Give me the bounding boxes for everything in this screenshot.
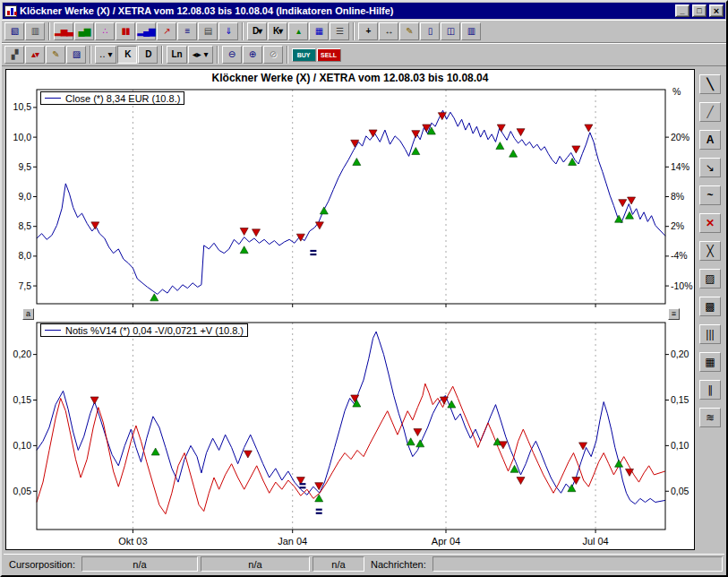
help-page-icon[interactable]: ▯ bbox=[420, 22, 440, 40]
cursor-position-label: Cursorposition: bbox=[5, 559, 79, 570]
svg-text:14%: 14% bbox=[671, 161, 689, 172]
d-period-dropdown[interactable]: D▾ bbox=[247, 22, 267, 40]
zoom-out-button[interactable]: ⊖ bbox=[222, 46, 242, 64]
crosshair-icon[interactable]: + bbox=[358, 22, 378, 40]
hatch-diagonal-tool[interactable]: ▨ bbox=[699, 269, 721, 288]
svg-text:0,10: 0,10 bbox=[13, 440, 32, 451]
notes-icon[interactable]: ☰ bbox=[330, 22, 349, 40]
x-axis-label: Jul 04 bbox=[582, 536, 608, 547]
toolbar-separator bbox=[90, 46, 91, 64]
svg-text:2%: 2% bbox=[671, 220, 684, 231]
indicator-legend[interactable]: Notis %V14 (*) 0,04 -V/0,0721 +V (10.8.) bbox=[40, 323, 248, 337]
price-legend[interactable]: Close (*) 8,34 EUR (10.8.) bbox=[40, 91, 184, 105]
move-chart-icon[interactable]: ↔ bbox=[379, 22, 398, 40]
wave-pattern-tool[interactable]: ≋ bbox=[699, 408, 721, 427]
toolbar-separator bbox=[353, 22, 355, 40]
main-toolbar: ▧▥▂▅▃▄▆∴▮▮▂▄▆↗≡▤⇓D▾K▾▴▦☰+↔✎▯◫▥ bbox=[2, 20, 726, 43]
svg-text:0,20: 0,20 bbox=[671, 349, 689, 359]
x-axis-label: Okt 03 bbox=[118, 536, 147, 547]
export-chart-icon[interactable]: ⇓ bbox=[218, 22, 238, 40]
line-style-dropdown[interactable]: ‥ ▾ bbox=[95, 46, 116, 64]
window-title: Klöckner Werke (X) / XETRA vom 12.08.03 … bbox=[20, 5, 672, 16]
price-legend-text: Close (*) 8,34 EUR (10.8.) bbox=[65, 93, 180, 104]
scatter-chart-icon[interactable]: ∴ bbox=[95, 22, 115, 40]
messages-field bbox=[433, 556, 723, 572]
app-icon[interactable] bbox=[4, 5, 17, 17]
toolbar-separator bbox=[242, 22, 244, 40]
parallel-lines-tool[interactable]: ∥ bbox=[699, 380, 721, 400]
svg-text:0,10: 0,10 bbox=[671, 440, 689, 451]
scroll-arrows-dropdown[interactable]: ◂▸ ▾ bbox=[188, 46, 213, 64]
buy-marker-button[interactable]: BUY bbox=[292, 48, 316, 62]
layout-icon[interactable]: ◫ bbox=[441, 22, 460, 40]
toolbar-separator bbox=[287, 46, 288, 64]
svg-text:7,5: 7,5 bbox=[18, 280, 31, 291]
svg-text:10,0: 10,0 bbox=[13, 132, 32, 142]
signal-overlay-icon[interactable]: ▴ bbox=[288, 22, 308, 40]
delete-drawing-tool[interactable]: ✕ bbox=[699, 213, 721, 233]
copy-chart-icon[interactable]: ▥ bbox=[25, 22, 45, 40]
trendline-tool[interactable]: ╲ bbox=[699, 74, 721, 94]
report-icon[interactable]: ▤ bbox=[198, 22, 218, 40]
k-chart-dropdown[interactable]: K▾ bbox=[268, 22, 287, 40]
close-button-icon[interactable]: × bbox=[709, 4, 724, 17]
indicator-chart-canvas[interactable]: 0,200,150,100,050,200,150,100,05 bbox=[6, 320, 694, 535]
histogram-icon[interactable]: ▂▄▆ bbox=[136, 22, 156, 40]
chart-wizard-icon[interactable]: ▧ bbox=[4, 22, 24, 40]
grid-pattern-tool[interactable]: ▦ bbox=[699, 352, 721, 372]
trend-chart-icon[interactable]: ↗ bbox=[157, 22, 176, 40]
svg-text:0,15: 0,15 bbox=[13, 394, 32, 405]
draw-pencil-icon[interactable]: ✎ bbox=[46, 46, 65, 64]
x-axis-labels: Okt 03Jan 04Apr 04Jul 04 bbox=[6, 535, 694, 549]
cursor-x-field: n/a bbox=[81, 556, 198, 572]
differenz-toggle-button[interactable]: D bbox=[138, 46, 158, 64]
svg-text:%: % bbox=[672, 86, 681, 97]
panel-menu-icon[interactable]: ≡ bbox=[668, 308, 680, 320]
vertical-lines-tool[interactable]: ||| bbox=[699, 324, 721, 344]
thin-line-tool[interactable]: ╱ bbox=[699, 102, 721, 122]
svg-text:0,05: 0,05 bbox=[13, 486, 32, 496]
pen-icon[interactable]: ✎ bbox=[399, 22, 419, 40]
svg-text:0,15: 0,15 bbox=[671, 394, 689, 405]
indicator-legend-text: Notis %V14 (*) 0,04 -V/0,0721 +V (10.8.) bbox=[65, 325, 244, 336]
zoom-reset-button: ⊘ bbox=[263, 46, 283, 64]
svg-text:8,0: 8,0 bbox=[18, 250, 31, 261]
toolbar-separator bbox=[161, 46, 163, 64]
price-chart-canvas[interactable]: 10,510,09,59,08,58,07,520%14%8%2%-4%-10%… bbox=[6, 84, 694, 308]
volume-bars-icon[interactable]: ▮▮ bbox=[116, 22, 135, 40]
freehand-tool[interactable]: ~ bbox=[699, 185, 721, 205]
list-view-icon[interactable]: ▥ bbox=[461, 22, 481, 40]
cursor-y-field: n/a bbox=[201, 556, 310, 572]
app-window: Klöckner Werke (X) / XETRA vom 12.08.03 … bbox=[0, 0, 728, 577]
svg-text:-10%: -10% bbox=[671, 280, 693, 291]
chart-type-line-icon[interactable]: ▄▆ bbox=[74, 22, 94, 40]
log-scale-button[interactable]: Ln bbox=[167, 46, 186, 64]
chart-title: Klöckner Werke (X) / XETRA vom 12.08.03 … bbox=[6, 70, 694, 84]
toolbar-separator bbox=[48, 22, 50, 40]
svg-text:0,20: 0,20 bbox=[13, 349, 32, 359]
sell-marker-button[interactable]: SELL bbox=[317, 48, 341, 62]
legend-line-sample-icon bbox=[45, 330, 61, 331]
maximize-button-icon[interactable]: □ bbox=[692, 4, 707, 17]
svg-text:-4%: -4% bbox=[671, 250, 688, 261]
crossed-lines-tool[interactable]: ╳ bbox=[699, 241, 721, 261]
chart-region: Klöckner Werke (X) / XETRA vom 12.08.03 … bbox=[5, 69, 695, 550]
panel-a-button[interactable]: a bbox=[22, 308, 34, 320]
price-panel: 10,510,09,59,08,58,07,520%14%8%2%-4%-10%… bbox=[6, 84, 694, 308]
panel-divider: a ≡ bbox=[6, 308, 694, 320]
table-view-icon[interactable]: ▦ bbox=[309, 22, 329, 40]
signal-triangles-icon[interactable]: ▴▾ bbox=[25, 46, 45, 64]
quote-list-icon[interactable]: ≡ bbox=[177, 22, 197, 40]
mini-chart-icon[interactable]: ▞ bbox=[4, 46, 24, 64]
hatch-dense-tool[interactable]: ▩ bbox=[699, 297, 721, 316]
svg-text:20%: 20% bbox=[671, 132, 689, 142]
text-tool[interactable]: A bbox=[699, 130, 721, 150]
chart-type-bars-icon[interactable]: ▂▅▃ bbox=[54, 22, 73, 40]
arrow-tool[interactable]: ↘ bbox=[699, 158, 721, 177]
chart-properties-icon[interactable]: ▨ bbox=[66, 46, 86, 64]
minimize-button-icon[interactable]: _ bbox=[675, 4, 689, 17]
zoom-in-button[interactable]: ⊕ bbox=[243, 46, 262, 64]
svg-text:9,0: 9,0 bbox=[18, 191, 31, 202]
kurs-toggle-button[interactable]: K bbox=[117, 46, 137, 64]
toolbar-separator bbox=[217, 46, 218, 64]
